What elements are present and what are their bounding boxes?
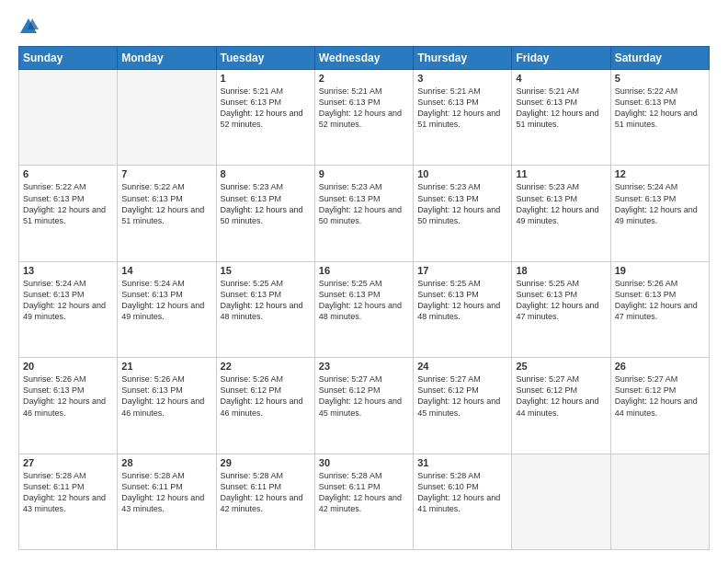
day-number: 15 bbox=[221, 265, 311, 276]
day-info: Sunrise: 5:25 AM Sunset: 6:13 PM Dayligh… bbox=[516, 278, 606, 323]
calendar-table: SundayMondayTuesdayWednesdayThursdayFrid… bbox=[18, 46, 710, 550]
calendar-cell bbox=[118, 70, 216, 166]
page: SundayMondayTuesdayWednesdayThursdayFrid… bbox=[0, 0, 728, 563]
header-cell-sunday: Sunday bbox=[19, 47, 118, 70]
calendar-cell: 17Sunrise: 5:25 AM Sunset: 6:13 PM Dayli… bbox=[414, 261, 512, 357]
calendar-cell: 20Sunrise: 5:26 AM Sunset: 6:13 PM Dayli… bbox=[19, 358, 118, 454]
day-info: Sunrise: 5:23 AM Sunset: 6:13 PM Dayligh… bbox=[319, 181, 409, 226]
calendar-cell: 25Sunrise: 5:27 AM Sunset: 6:12 PM Dayli… bbox=[512, 358, 610, 454]
day-number: 4 bbox=[516, 73, 606, 84]
day-info: Sunrise: 5:26 AM Sunset: 6:13 PM Dayligh… bbox=[121, 373, 211, 419]
day-info: Sunrise: 5:28 AM Sunset: 6:11 PM Dayligh… bbox=[319, 470, 409, 515]
calendar-cell bbox=[512, 454, 610, 549]
day-info: Sunrise: 5:27 AM Sunset: 6:12 PM Dayligh… bbox=[516, 373, 606, 419]
calendar-cell: 9Sunrise: 5:23 AM Sunset: 6:13 PM Daylig… bbox=[314, 166, 413, 261]
calendar-cell: 29Sunrise: 5:28 AM Sunset: 6:11 PM Dayli… bbox=[216, 454, 314, 549]
day-info: Sunrise: 5:26 AM Sunset: 6:13 PM Dayligh… bbox=[615, 278, 705, 323]
calendar-cell: 12Sunrise: 5:24 AM Sunset: 6:13 PM Dayli… bbox=[610, 166, 709, 261]
day-number: 5 bbox=[615, 73, 705, 84]
day-number: 23 bbox=[319, 361, 409, 372]
calendar-week-5: 27Sunrise: 5:28 AM Sunset: 6:11 PM Dayli… bbox=[19, 454, 710, 549]
day-info: Sunrise: 5:25 AM Sunset: 6:13 PM Dayligh… bbox=[417, 278, 507, 323]
calendar-week-2: 6Sunrise: 5:22 AM Sunset: 6:13 PM Daylig… bbox=[19, 166, 710, 261]
day-number: 26 bbox=[615, 361, 705, 372]
day-number: 14 bbox=[121, 265, 211, 276]
calendar-cell: 22Sunrise: 5:26 AM Sunset: 6:12 PM Dayli… bbox=[216, 358, 314, 454]
day-number: 10 bbox=[417, 168, 507, 179]
calendar-cell: 28Sunrise: 5:28 AM Sunset: 6:11 PM Dayli… bbox=[118, 454, 216, 549]
day-info: Sunrise: 5:28 AM Sunset: 6:11 PM Dayligh… bbox=[121, 470, 211, 515]
calendar-cell: 16Sunrise: 5:25 AM Sunset: 6:13 PM Dayli… bbox=[314, 261, 413, 357]
day-number: 27 bbox=[23, 457, 113, 468]
day-number: 29 bbox=[221, 457, 311, 468]
day-number: 9 bbox=[319, 168, 409, 179]
day-number: 8 bbox=[221, 168, 311, 179]
header-cell-thursday: Thursday bbox=[414, 47, 512, 70]
day-info: Sunrise: 5:21 AM Sunset: 6:13 PM Dayligh… bbox=[417, 86, 507, 131]
day-info: Sunrise: 5:27 AM Sunset: 6:12 PM Dayligh… bbox=[417, 373, 507, 419]
day-number: 11 bbox=[516, 168, 606, 179]
calendar-cell: 15Sunrise: 5:25 AM Sunset: 6:13 PM Dayli… bbox=[216, 261, 314, 357]
header-cell-tuesday: Tuesday bbox=[216, 47, 314, 70]
day-number: 16 bbox=[319, 265, 409, 276]
header-cell-monday: Monday bbox=[118, 47, 216, 70]
calendar-cell: 5Sunrise: 5:22 AM Sunset: 6:13 PM Daylig… bbox=[610, 70, 709, 166]
day-number: 24 bbox=[417, 361, 507, 372]
day-info: Sunrise: 5:25 AM Sunset: 6:13 PM Dayligh… bbox=[221, 278, 311, 323]
calendar-cell: 21Sunrise: 5:26 AM Sunset: 6:13 PM Dayli… bbox=[118, 358, 216, 454]
day-info: Sunrise: 5:21 AM Sunset: 6:13 PM Dayligh… bbox=[516, 86, 606, 131]
calendar-cell: 8Sunrise: 5:23 AM Sunset: 6:13 PM Daylig… bbox=[216, 166, 314, 261]
calendar-body: 1Sunrise: 5:21 AM Sunset: 6:13 PM Daylig… bbox=[19, 70, 710, 550]
day-info: Sunrise: 5:23 AM Sunset: 6:13 PM Dayligh… bbox=[417, 181, 507, 226]
calendar-cell: 30Sunrise: 5:28 AM Sunset: 6:11 PM Dayli… bbox=[314, 454, 413, 549]
calendar-cell: 1Sunrise: 5:21 AM Sunset: 6:13 PM Daylig… bbox=[216, 70, 314, 166]
calendar-cell: 2Sunrise: 5:21 AM Sunset: 6:13 PM Daylig… bbox=[314, 70, 413, 166]
header-cell-wednesday: Wednesday bbox=[314, 47, 413, 70]
header-row: SundayMondayTuesdayWednesdayThursdayFrid… bbox=[19, 47, 710, 70]
calendar-week-4: 20Sunrise: 5:26 AM Sunset: 6:13 PM Dayli… bbox=[19, 358, 710, 454]
calendar-cell: 13Sunrise: 5:24 AM Sunset: 6:13 PM Dayli… bbox=[19, 261, 118, 357]
day-number: 7 bbox=[121, 168, 211, 179]
calendar-cell: 7Sunrise: 5:22 AM Sunset: 6:13 PM Daylig… bbox=[118, 166, 216, 261]
header-cell-saturday: Saturday bbox=[610, 47, 709, 70]
day-info: Sunrise: 5:26 AM Sunset: 6:12 PM Dayligh… bbox=[221, 373, 311, 419]
calendar-cell: 27Sunrise: 5:28 AM Sunset: 6:11 PM Dayli… bbox=[19, 454, 118, 549]
day-number: 2 bbox=[319, 73, 409, 84]
logo-icon bbox=[18, 17, 39, 37]
day-info: Sunrise: 5:24 AM Sunset: 6:13 PM Dayligh… bbox=[615, 181, 705, 226]
day-info: Sunrise: 5:22 AM Sunset: 6:13 PM Dayligh… bbox=[121, 181, 211, 226]
calendar-cell: 26Sunrise: 5:27 AM Sunset: 6:12 PM Dayli… bbox=[610, 358, 709, 454]
calendar-cell: 11Sunrise: 5:23 AM Sunset: 6:13 PM Dayli… bbox=[512, 166, 610, 261]
day-number: 22 bbox=[221, 361, 311, 372]
calendar-cell: 19Sunrise: 5:26 AM Sunset: 6:13 PM Dayli… bbox=[610, 261, 709, 357]
day-number: 1 bbox=[221, 73, 311, 84]
day-info: Sunrise: 5:27 AM Sunset: 6:12 PM Dayligh… bbox=[319, 373, 409, 419]
day-info: Sunrise: 5:23 AM Sunset: 6:13 PM Dayligh… bbox=[221, 181, 311, 226]
day-number: 13 bbox=[23, 265, 113, 276]
day-info: Sunrise: 5:25 AM Sunset: 6:13 PM Dayligh… bbox=[319, 278, 409, 323]
calendar-week-3: 13Sunrise: 5:24 AM Sunset: 6:13 PM Dayli… bbox=[19, 261, 710, 357]
day-info: Sunrise: 5:26 AM Sunset: 6:13 PM Dayligh… bbox=[23, 373, 113, 419]
header-cell-friday: Friday bbox=[512, 47, 610, 70]
day-number: 3 bbox=[417, 73, 507, 84]
day-info: Sunrise: 5:28 AM Sunset: 6:11 PM Dayligh… bbox=[23, 470, 113, 515]
day-number: 28 bbox=[121, 457, 211, 468]
day-number: 12 bbox=[615, 168, 705, 179]
day-number: 30 bbox=[319, 457, 409, 468]
day-number: 6 bbox=[23, 168, 113, 179]
day-info: Sunrise: 5:21 AM Sunset: 6:13 PM Dayligh… bbox=[221, 86, 311, 131]
day-info: Sunrise: 5:22 AM Sunset: 6:13 PM Dayligh… bbox=[615, 86, 705, 131]
day-info: Sunrise: 5:22 AM Sunset: 6:13 PM Dayligh… bbox=[23, 181, 113, 226]
calendar-cell: 18Sunrise: 5:25 AM Sunset: 6:13 PM Dayli… bbox=[512, 261, 610, 357]
day-info: Sunrise: 5:23 AM Sunset: 6:13 PM Dayligh… bbox=[516, 181, 606, 226]
day-info: Sunrise: 5:21 AM Sunset: 6:13 PM Dayligh… bbox=[319, 86, 409, 131]
calendar-cell: 3Sunrise: 5:21 AM Sunset: 6:13 PM Daylig… bbox=[414, 70, 512, 166]
day-number: 31 bbox=[417, 457, 507, 468]
day-number: 20 bbox=[23, 361, 113, 372]
day-info: Sunrise: 5:24 AM Sunset: 6:13 PM Dayligh… bbox=[121, 278, 211, 323]
day-number: 25 bbox=[516, 361, 606, 372]
calendar-cell: 31Sunrise: 5:28 AM Sunset: 6:10 PM Dayli… bbox=[414, 454, 512, 549]
day-number: 21 bbox=[121, 361, 211, 372]
day-number: 17 bbox=[417, 265, 507, 276]
calendar-cell: 14Sunrise: 5:24 AM Sunset: 6:13 PM Dayli… bbox=[118, 261, 216, 357]
